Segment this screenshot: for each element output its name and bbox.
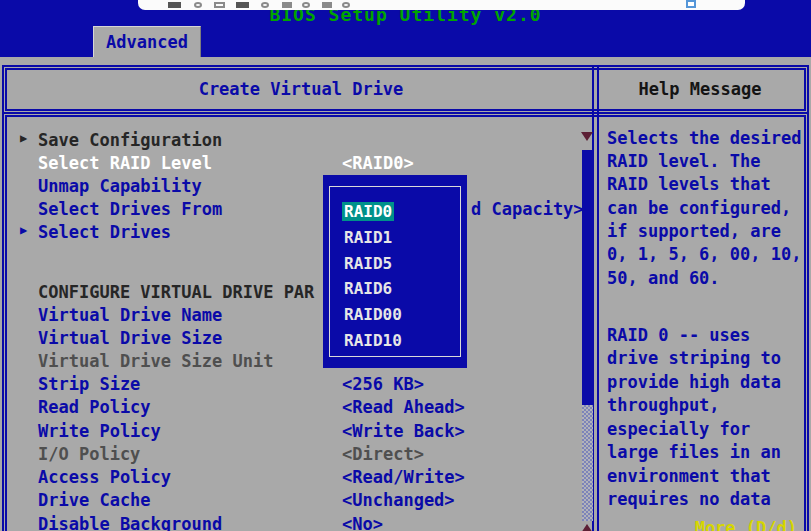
menu-item-unmap-capability[interactable]: Unmap Capability (11, 176, 589, 196)
bios-screen: BIOS Setup Utility v2.0 Advanced Create … (0, 0, 811, 531)
menu-item-virtual-drive-name[interactable]: Virtual Drive Name (11, 305, 589, 325)
toolbar-icon-fragment[interactable] (282, 2, 292, 8)
toolbar-checkbox-icon[interactable] (686, 0, 696, 8)
menu-item-access-policy[interactable]: Access Policy <Read/Write> (11, 467, 589, 487)
toolbar-icon-fragment[interactable] (322, 2, 332, 8)
help-text-line: 0, 1, 5, 6, 00, 10, (607, 244, 801, 264)
tab-advanced[interactable]: Advanced (93, 26, 201, 57)
toolbar-icon-fragment[interactable] (214, 2, 225, 8)
toolbar-icon-fragment[interactable] (261, 2, 269, 8)
help-panel-title: Help Message (599, 67, 801, 112)
help-text-line: RAID levels that (607, 174, 771, 194)
menu-item-virtual-drive-size-unit: Virtual Drive Size Unit (11, 351, 589, 371)
popup-option-raid5[interactable]: RAID5 (344, 254, 392, 273)
scroll-down-arrow-icon[interactable] (581, 132, 593, 141)
settings-menu: ▶ Save Configuration Select RAID Level <… (11, 114, 589, 531)
toolbar-icon-fragment[interactable] (168, 2, 181, 8)
panel-divider (592, 67, 599, 112)
help-text-line: Selects the desired (607, 128, 801, 148)
help-text-line: throughput, (607, 395, 720, 415)
menu-item-read-policy[interactable]: Read Policy <Read Ahead> (11, 397, 589, 417)
popup-option-raid1[interactable]: RAID1 (344, 228, 392, 247)
popup-option-raid6[interactable]: RAID6 (344, 279, 392, 298)
help-more-indicator: More (D/d) (695, 518, 797, 531)
help-text-line: can be configured, (607, 198, 791, 218)
popup-option-raid10[interactable]: RAID10 (344, 331, 402, 350)
toolbar-icon-fragment[interactable] (342, 2, 350, 8)
page-title: Create Virtual Drive (10, 67, 592, 112)
submenu-arrow-icon: ▶ (20, 131, 27, 145)
raid-level-popup: RAID0 RAID1 RAID5 RAID6 RAID00 RAID10 (323, 175, 467, 368)
main-panel: ▶ Save Configuration Select RAID Level <… (2, 112, 809, 531)
menu-item-virtual-drive-size[interactable]: Virtual Drive Size (11, 328, 589, 348)
menu-item-save-configuration[interactable]: ▶ Save Configuration (11, 130, 589, 150)
scrollbar-thumb[interactable] (582, 150, 593, 405)
help-text-line: RAID level. The (607, 151, 761, 171)
help-text-line: drive striping to (607, 348, 781, 368)
help-text-line: especially for (607, 419, 750, 439)
help-text-line: large files in an (607, 442, 781, 462)
menu-item-strip-size[interactable]: Strip Size <256 KB> (11, 374, 589, 394)
menu-section-configure-parameters: CONFIGURE VIRTUAL DRIVE PAR (11, 282, 589, 302)
menu-item-drive-cache[interactable]: Drive Cache <Unchanged> (11, 490, 589, 510)
kvm-toolbar (138, 0, 745, 10)
help-text-line: RAID 0 -- uses (607, 325, 750, 345)
help-panel: Selects the desired RAID level. The RAID… (599, 114, 807, 531)
toolbar-icon-fragment[interactable] (236, 2, 249, 8)
toolbar-icon-fragment[interactable] (194, 2, 202, 8)
help-text-line: provide high data (607, 372, 781, 392)
menu-item-disable-background[interactable]: Disable Background <No> (11, 514, 589, 531)
popup-option-raid00[interactable]: RAID00 (344, 305, 402, 324)
title-band: Create Virtual Drive Help Message (2, 65, 809, 114)
menu-item-write-policy[interactable]: Write Policy <Write Back> (11, 421, 589, 441)
scrollbar-track[interactable] (582, 405, 593, 521)
popup-option-raid0[interactable]: RAID0 (342, 202, 394, 221)
menu-item-select-drives[interactable]: ▶ Select Drives (11, 222, 589, 242)
panel-divider (592, 114, 599, 531)
help-text-line: requires no data (607, 489, 771, 509)
help-text-line: if supported, are (607, 221, 781, 241)
help-text-line: environment that (607, 466, 771, 486)
scroll-up-arrow-icon[interactable] (581, 524, 593, 531)
submenu-arrow-icon: ▶ (20, 223, 27, 237)
menu-item-io-policy: I/O Policy <Direct> (11, 444, 589, 464)
menu-item-select-raid-level[interactable]: Select RAID Level <RAID0> (11, 153, 589, 173)
menu-item-select-drives-from[interactable]: Select Drives From d Capacity> (11, 199, 589, 219)
toolbar-icon-fragment[interactable] (302, 2, 310, 8)
help-text-line: 50, and 60. (607, 268, 720, 288)
